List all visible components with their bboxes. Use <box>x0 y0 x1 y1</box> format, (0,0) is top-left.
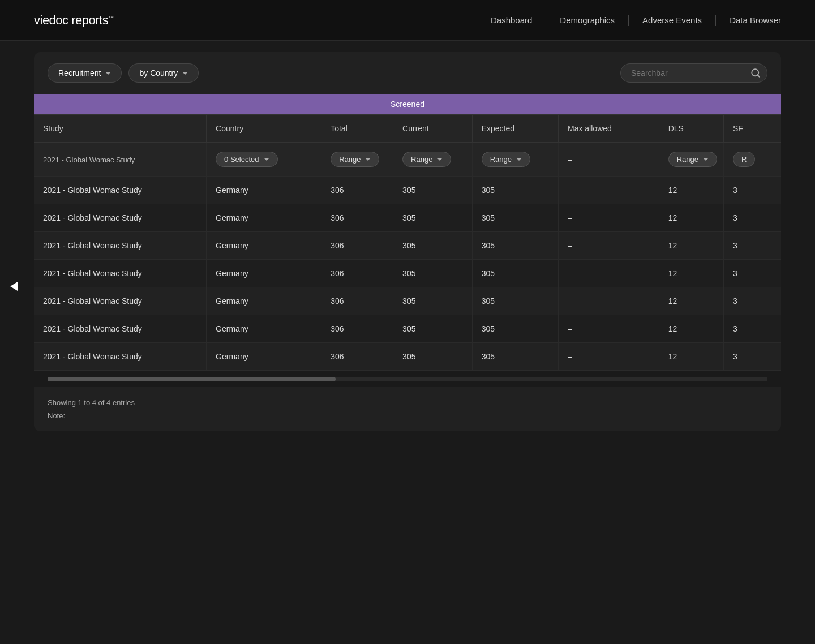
cell-max: – <box>559 287 659 315</box>
cell-study: 2021 - Global Womac Study <box>34 177 207 204</box>
cell-expected: 305 <box>472 315 558 343</box>
dls-filter-pill[interactable]: Range <box>668 152 717 167</box>
chevron-down-icon <box>105 72 111 75</box>
cell-expected: 305 <box>472 204 558 232</box>
main-panel: Recruitment by Country Screened <box>34 52 781 431</box>
cell-current: 305 <box>393 315 473 343</box>
col-header-study: Study <box>34 115 207 143</box>
country-filter-pill[interactable]: 0 Selected <box>216 152 277 167</box>
table-header-row: Study Country Total Current Expected Max… <box>34 115 781 143</box>
current-filter-label: Range <box>411 155 432 164</box>
cell-current: 305 <box>393 260 473 287</box>
scrollbar-track[interactable] <box>48 377 767 381</box>
cell-study: 2021 - Global Womac Study <box>34 315 207 343</box>
sf-filter-pill[interactable]: R <box>733 152 755 167</box>
cell-current: 305 <box>393 287 473 315</box>
cell-expected: 305 <box>472 177 558 204</box>
filter-expected-cell[interactable]: Range <box>472 143 558 177</box>
cell-dls: 12 <box>659 204 723 232</box>
expected-filter-pill[interactable]: Range <box>482 152 530 167</box>
nav-divider-3 <box>715 15 716 26</box>
cell-total: 306 <box>321 232 393 260</box>
chevron-down-icon-country <box>264 158 269 161</box>
app-logo: viedoc reports™ <box>34 13 114 28</box>
search-input[interactable] <box>620 63 767 83</box>
cell-sf: 3 <box>723 204 781 232</box>
cell-sf: 3 <box>723 232 781 260</box>
total-filter-pill[interactable]: Range <box>331 152 379 167</box>
expected-filter-label: Range <box>490 155 512 164</box>
chevron-down-icon-total <box>365 158 371 161</box>
nav-data-browser[interactable]: Data Browser <box>730 15 781 25</box>
toolbar: Recruitment by Country <box>34 52 781 94</box>
table-section: Screened Study Country Total Current <box>34 94 781 371</box>
filter-total-cell[interactable]: Range <box>321 143 393 177</box>
recruitment-filter-label: Recruitment <box>58 68 101 78</box>
col-header-dls: DLS <box>659 115 723 143</box>
nav-divider-1 <box>546 15 546 26</box>
nav-demographics[interactable]: Demographics <box>560 15 615 25</box>
filter-country-cell[interactable]: 0 Selected <box>207 143 321 177</box>
cell-expected: 305 <box>472 287 558 315</box>
cell-max: – <box>559 260 659 287</box>
recruitment-filter-button[interactable]: Recruitment <box>48 63 122 83</box>
cell-total: 306 <box>321 315 393 343</box>
country-filter-label: 0 Selected <box>224 155 259 164</box>
cell-expected: 305 <box>472 260 558 287</box>
screened-banner: Screened <box>34 94 781 115</box>
cell-current: 305 <box>393 177 473 204</box>
table-row: 2021 - Global Womac Study Germany 306 30… <box>34 204 781 232</box>
filter-dls-cell[interactable]: Range <box>659 143 723 177</box>
table-row: 2021 - Global Womac Study Germany 306 30… <box>34 287 781 315</box>
horizontal-scrollbar[interactable] <box>34 371 781 387</box>
cell-expected: 305 <box>472 232 558 260</box>
cell-dls: 12 <box>659 343 723 371</box>
scrollbar-thumb[interactable] <box>48 377 336 381</box>
cell-max: – <box>559 343 659 371</box>
cell-study: 2021 - Global Womac Study <box>34 260 207 287</box>
cell-dls: 12 <box>659 287 723 315</box>
by-country-filter-label: by Country <box>139 68 178 78</box>
screened-label: Screened <box>34 94 781 114</box>
current-filter-pill[interactable]: Range <box>402 152 451 167</box>
cell-current: 305 <box>393 343 473 371</box>
cell-country: Germany <box>207 315 321 343</box>
cell-max: – <box>559 232 659 260</box>
nav-divider-2 <box>628 15 629 26</box>
cell-total: 306 <box>321 343 393 371</box>
filter-current-cell[interactable]: Range <box>393 143 473 177</box>
nav-adverse-events[interactable]: Adverse Events <box>642 15 702 25</box>
cell-sf: 3 <box>723 260 781 287</box>
table-row: 2021 - Global Womac Study Germany 306 30… <box>34 260 781 287</box>
cell-dls: 12 <box>659 232 723 260</box>
cell-dls: 12 <box>659 177 723 204</box>
study-name-filter: 2021 - Global Womac Study <box>43 156 135 164</box>
cell-country: Germany <box>207 177 321 204</box>
cell-dls: 12 <box>659 315 723 343</box>
cell-max: – <box>559 177 659 204</box>
entries-text: Showing 1 to 4 of 4 entries <box>48 398 767 407</box>
cell-study: 2021 - Global Womac Study <box>34 287 207 315</box>
svg-line-1 <box>757 75 759 76</box>
sf-filter-label: R <box>741 155 747 164</box>
cell-study: 2021 - Global Womac Study <box>34 232 207 260</box>
col-header-max-allowed: Max allowed <box>559 115 659 143</box>
cell-study: 2021 - Global Womac Study <box>34 204 207 232</box>
cell-sf: 3 <box>723 343 781 371</box>
cell-country: Germany <box>207 260 321 287</box>
cell-expected: 305 <box>472 343 558 371</box>
nav-dashboard[interactable]: Dashboard <box>491 15 532 25</box>
by-country-filter-button[interactable]: by Country <box>128 63 199 83</box>
chevron-down-icon-dls <box>703 158 709 161</box>
cell-total: 306 <box>321 177 393 204</box>
chevron-down-icon-expected <box>516 158 522 161</box>
cell-country: Germany <box>207 287 321 315</box>
cell-max: – <box>559 204 659 232</box>
cell-sf: 3 <box>723 287 781 315</box>
search-button[interactable] <box>750 68 761 78</box>
col-header-current: Current <box>393 115 473 143</box>
filter-sf-cell[interactable]: R <box>723 143 781 177</box>
col-header-expected: Expected <box>472 115 558 143</box>
cell-study: 2021 - Global Womac Study <box>34 343 207 371</box>
search-icon <box>750 68 761 78</box>
